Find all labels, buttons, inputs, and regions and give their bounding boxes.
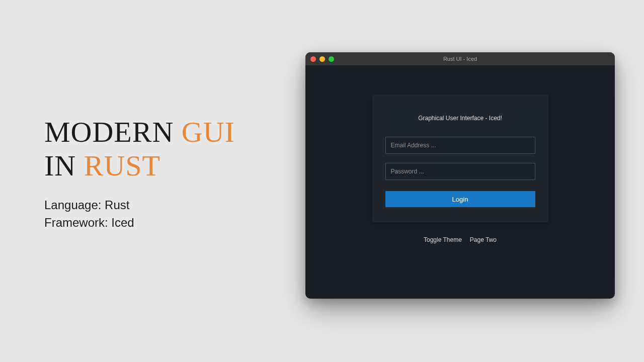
close-icon[interactable] — [310, 56, 316, 62]
window-body: Graphical User Interface - Iced! Login T… — [305, 65, 615, 299]
maximize-icon[interactable] — [329, 56, 334, 62]
heading-text-gui: GUI — [182, 116, 235, 148]
promo-text-block: MODERN GUI IN RUST Language: Rust Framew… — [44, 116, 235, 232]
toggle-theme-button[interactable]: Toggle Theme — [424, 236, 462, 243]
email-field[interactable] — [385, 137, 535, 154]
login-card: Graphical User Interface - Iced! Login — [372, 95, 548, 222]
password-field[interactable] — [385, 163, 535, 180]
page-two-button[interactable]: Page Two — [470, 236, 497, 243]
traffic-lights — [310, 56, 334, 62]
login-button[interactable]: Login — [385, 191, 535, 207]
bottom-links: Toggle Theme Page Two — [424, 236, 497, 243]
minimize-icon[interactable] — [319, 56, 325, 62]
heading-line-2: IN RUST — [44, 149, 235, 183]
heading-line-1: MODERN GUI — [44, 116, 235, 149]
sub-info: Language: Rust Framework: Iced — [44, 197, 235, 232]
heading-text-rust: RUST — [84, 149, 160, 182]
heading-text-modern: MODERN — [44, 116, 182, 148]
framework-label: Framework: Iced — [44, 214, 235, 232]
heading-text-in: IN — [44, 149, 84, 182]
app-window: Rust UI - Iced Graphical User Interface … — [305, 52, 615, 299]
language-label: Language: Rust — [44, 197, 235, 214]
titlebar[interactable]: Rust UI - Iced — [305, 52, 615, 65]
card-heading: Graphical User Interface - Iced! — [385, 115, 535, 122]
window-title: Rust UI - Iced — [443, 56, 477, 62]
